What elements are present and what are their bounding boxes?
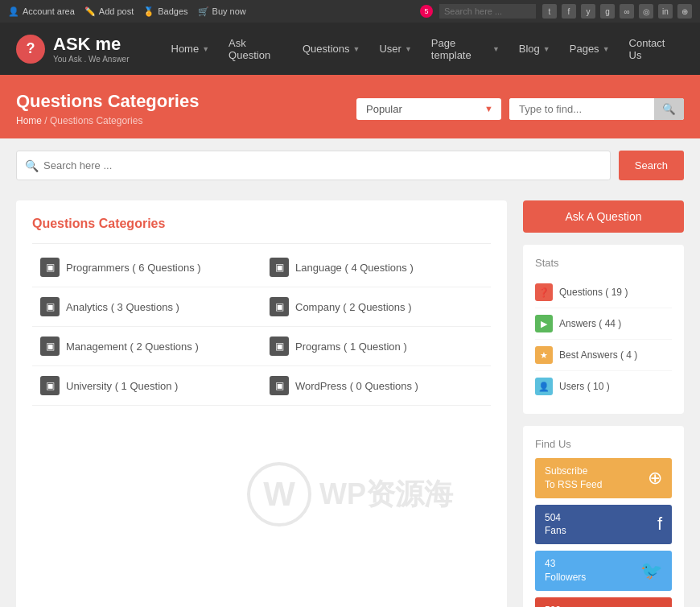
logo-area[interactable]: ? ASK me You Ask . We Answer xyxy=(16,34,130,64)
facebook-icon-top[interactable]: f xyxy=(562,4,576,19)
home-arrow-icon: ▼ xyxy=(202,45,209,53)
nav-questions[interactable]: Questions ▼ xyxy=(293,23,369,75)
cat-label-programmers: Programmers ( 6 Questions ) xyxy=(66,262,201,274)
social-icons-bar: t f y g ∞ ◎ in ⊕ xyxy=(542,4,692,19)
cat-icon-programmers: ▣ xyxy=(40,258,60,277)
page-title-area: Questions Categories Home / Questions Ca… xyxy=(16,91,199,126)
admin-bar-left: 👤 Account area ✏️ Add post 🏅 Badges 🛒 Bu… xyxy=(8,6,246,17)
rss-card-text: SubscribeTo RSS Feed xyxy=(545,465,602,492)
main-search-input[interactable] xyxy=(43,151,602,180)
main-search-button[interactable]: Search xyxy=(619,151,684,180)
page-header: Questions Categories Home / Questions Ca… xyxy=(0,75,700,138)
cat-icon-management: ▣ xyxy=(40,337,60,356)
page-header-top: Questions Categories Home / Questions Ca… xyxy=(16,91,684,138)
blog-arrow-icon: ▼ xyxy=(543,45,550,53)
pages-arrow-icon: ▼ xyxy=(603,45,610,53)
users-stat-icon: 👤 xyxy=(535,378,553,395)
linkedin-icon-top[interactable]: in xyxy=(658,4,673,19)
main-content: Questions Categories ▣ Programmers ( 6 Q… xyxy=(0,184,700,607)
nav-contact-us[interactable]: Contact Us xyxy=(620,23,684,75)
cat-icon-analytics: ▣ xyxy=(40,297,60,316)
category-item-management[interactable]: ▣ Management ( 2 Questions ) xyxy=(32,327,261,366)
account-area-link[interactable]: 👤 Account area xyxy=(8,6,75,17)
youtube-icon-top[interactable]: y xyxy=(581,4,595,19)
twitter-count: 43 xyxy=(545,557,586,571)
nav-blog[interactable]: Blog ▼ xyxy=(509,23,560,75)
category-item-programmers[interactable]: ▣ Programmers ( 6 Questions ) xyxy=(32,248,261,287)
twitter-icon-top[interactable]: t xyxy=(542,4,557,19)
find-us-title: Find Us xyxy=(535,438,672,450)
header-search-button[interactable]: 🔍 xyxy=(654,98,684,120)
google-social-card[interactable]: 502 Subscribers g+ xyxy=(535,597,672,607)
questions-stat-label: Questions ( 19 ) xyxy=(559,287,628,298)
badges-link[interactable]: 🏅 Badges xyxy=(143,6,187,17)
categories-panel: Questions Categories ▣ Programmers ( 6 Q… xyxy=(16,200,507,607)
categories-title: Questions Categories xyxy=(32,217,491,231)
nav-pages[interactable]: Pages ▼ xyxy=(560,23,620,75)
facebook-label: Fans xyxy=(545,524,566,538)
nav-user[interactable]: User ▼ xyxy=(369,23,421,75)
add-post-link[interactable]: ✏️ Add post xyxy=(84,6,134,17)
rss-card-label: SubscribeTo RSS Feed xyxy=(545,465,602,492)
nav-page-template[interactable]: Page template ▼ xyxy=(422,23,509,75)
stat-questions[interactable]: ❓ Questions ( 19 ) xyxy=(535,277,672,308)
stats-box: Stats ❓ Questions ( 19 ) ▶ Answers ( 44 … xyxy=(523,245,684,414)
ask-question-button[interactable]: Ask A Question xyxy=(523,200,684,233)
rss-icon-top[interactable]: ⊕ xyxy=(677,4,692,19)
cat-label-language: Language ( 4 Questions ) xyxy=(295,262,414,274)
stats-title: Stats xyxy=(535,257,672,269)
cat-label-analytics: Analytics ( 3 Questions ) xyxy=(66,301,179,313)
header-search-input[interactable] xyxy=(509,98,654,120)
breadcrumb-current: Questions Categories xyxy=(50,115,142,126)
page-title: Questions Categories xyxy=(16,91,199,112)
facebook-social-card[interactable]: 504 Fans f xyxy=(535,505,672,545)
sort-select-wrapper: Popular Newest Oldest Most Voted xyxy=(356,98,501,120)
users-stat-label: Users ( 10 ) xyxy=(559,381,610,392)
category-item-language[interactable]: ▣ Language ( 4 Questions ) xyxy=(261,248,491,287)
search-bar-icon: 🔍 xyxy=(25,159,39,172)
twitter-social-card[interactable]: 43 Followers 🐦 xyxy=(535,551,672,591)
notification-badge[interactable]: 5 xyxy=(420,5,433,18)
nav-ask-question[interactable]: Ask Question xyxy=(219,23,293,75)
facebook-card-icon: f xyxy=(657,514,662,535)
stat-answers[interactable]: ▶ Answers ( 44 ) xyxy=(535,308,672,340)
page-template-arrow-icon: ▼ xyxy=(492,45,500,53)
best-answers-stat-label: Best Answers ( 4 ) xyxy=(559,349,637,361)
flickr-icon-top[interactable]: ∞ xyxy=(620,4,634,19)
best-answers-stat-icon: ★ xyxy=(535,346,553,364)
logo-title: ASK me xyxy=(53,34,121,54)
cat-icon-wordpress: ▣ xyxy=(270,376,289,395)
top-search-input[interactable] xyxy=(439,4,536,19)
facebook-card-text: 504 Fans xyxy=(545,511,566,539)
category-item-wordpress[interactable]: ▣ WordPress ( 0 Questions ) xyxy=(261,366,491,406)
questions-stat-icon: ❓ xyxy=(535,283,553,301)
google-icon-top[interactable]: g xyxy=(600,4,615,19)
stat-users[interactable]: 👤 Users ( 10 ) xyxy=(535,371,672,402)
category-item-programs[interactable]: ▣ Programs ( 1 Question ) xyxy=(261,327,491,366)
search-bar-wrap: 🔍 xyxy=(16,151,611,180)
cat-icon-programs: ▣ xyxy=(270,337,289,356)
answers-stat-icon: ▶ xyxy=(535,315,553,332)
category-item-analytics[interactable]: ▣ Analytics ( 3 Questions ) xyxy=(32,287,261,327)
category-item-university[interactable]: ▣ University ( 1 Question ) xyxy=(32,366,261,406)
stat-best-answers[interactable]: ★ Best Answers ( 4 ) xyxy=(535,340,672,371)
admin-bar-right: 5 t f y g ∞ ◎ in ⊕ xyxy=(420,4,692,19)
category-item-company[interactable]: ▣ Company ( 2 Questions ) xyxy=(261,287,491,327)
cat-label-programs: Programs ( 1 Question ) xyxy=(295,341,407,353)
buy-now-link[interactable]: 🛒 Buy now xyxy=(198,6,246,17)
google-count: 502 xyxy=(545,604,595,607)
sidebar: Ask A Question Stats ❓ Questions ( 19 ) … xyxy=(523,200,684,607)
breadcrumb-home-link[interactable]: Home xyxy=(16,115,42,126)
twitter-card-text: 43 Followers xyxy=(545,557,586,584)
cat-label-management: Management ( 2 Questions ) xyxy=(66,341,199,353)
header-search: 🔍 xyxy=(509,98,684,120)
sort-select[interactable]: Popular Newest Oldest Most Voted xyxy=(356,98,501,120)
cat-icon-language: ▣ xyxy=(270,258,289,277)
cat-icon-university: ▣ xyxy=(40,376,60,395)
rss-social-card[interactable]: SubscribeTo RSS Feed ⊕ xyxy=(535,458,672,498)
instagram-icon-top[interactable]: ◎ xyxy=(639,4,653,19)
facebook-count: 504 xyxy=(545,511,566,525)
nav-home[interactable]: Home ▼ xyxy=(162,23,220,75)
breadcrumb: Home / Questions Categories xyxy=(16,115,199,126)
header-controls: Popular Newest Oldest Most Voted 🔍 xyxy=(356,98,684,120)
